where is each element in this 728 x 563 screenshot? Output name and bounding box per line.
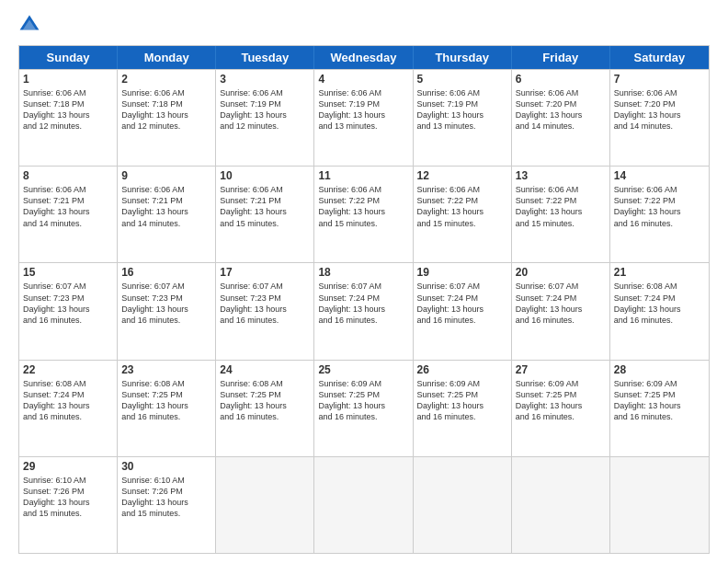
day-number: 21 <box>614 266 705 279</box>
calendar-row: 29Sunrise: 6:10 AM Sunset: 7:26 PM Dayli… <box>19 456 709 553</box>
calendar-cell: 21Sunrise: 6:08 AM Sunset: 7:24 PM Dayli… <box>610 263 709 359</box>
day-number: 1 <box>23 73 113 86</box>
day-number: 15 <box>23 266 113 279</box>
calendar-cell: 23Sunrise: 6:08 AM Sunset: 7:25 PM Dayli… <box>118 361 216 456</box>
day-number: 6 <box>516 73 606 86</box>
day-info: Sunrise: 6:06 AM Sunset: 7:22 PM Dayligh… <box>516 184 606 229</box>
day-number: 11 <box>318 169 408 182</box>
day-info: Sunrise: 6:07 AM Sunset: 7:23 PM Dayligh… <box>121 281 211 326</box>
calendar-cell: 4Sunrise: 6:06 AM Sunset: 7:19 PM Daylig… <box>314 70 413 166</box>
calendar-cell: 18Sunrise: 6:07 AM Sunset: 7:24 PM Dayli… <box>314 263 413 359</box>
calendar-cell: 3Sunrise: 6:06 AM Sunset: 7:19 PM Daylig… <box>216 70 314 166</box>
calendar: SundayMondayTuesdayWednesdayThursdayFrid… <box>18 45 710 554</box>
day-info: Sunrise: 6:06 AM Sunset: 7:20 PM Dayligh… <box>516 87 606 132</box>
day-info: Sunrise: 6:06 AM Sunset: 7:22 PM Dayligh… <box>417 184 507 229</box>
day-info: Sunrise: 6:08 AM Sunset: 7:24 PM Dayligh… <box>23 378 113 423</box>
day-number: 27 <box>516 363 606 376</box>
calendar-cell: 29Sunrise: 6:10 AM Sunset: 7:26 PM Dayli… <box>19 457 118 553</box>
day-info: Sunrise: 6:09 AM Sunset: 7:25 PM Dayligh… <box>318 378 408 423</box>
day-number: 4 <box>318 73 408 86</box>
day-number: 12 <box>417 169 507 182</box>
day-number: 8 <box>23 169 113 182</box>
calendar-row: 15Sunrise: 6:07 AM Sunset: 7:23 PM Dayli… <box>19 262 709 359</box>
day-info: Sunrise: 6:06 AM Sunset: 7:19 PM Dayligh… <box>318 87 408 132</box>
day-info: Sunrise: 6:07 AM Sunset: 7:23 PM Dayligh… <box>220 281 310 326</box>
day-info: Sunrise: 6:07 AM Sunset: 7:23 PM Dayligh… <box>23 281 113 326</box>
calendar-cell: 16Sunrise: 6:07 AM Sunset: 7:23 PM Dayli… <box>118 263 216 359</box>
day-number: 9 <box>121 169 211 182</box>
calendar-body: 1Sunrise: 6:06 AM Sunset: 7:18 PM Daylig… <box>19 69 709 553</box>
calendar-cell: 8Sunrise: 6:06 AM Sunset: 7:21 PM Daylig… <box>19 167 118 262</box>
day-number: 14 <box>614 169 705 182</box>
calendar-cell: 14Sunrise: 6:06 AM Sunset: 7:22 PM Dayli… <box>610 167 709 262</box>
day-info: Sunrise: 6:06 AM Sunset: 7:21 PM Dayligh… <box>121 184 211 229</box>
calendar-cell: 27Sunrise: 6:09 AM Sunset: 7:25 PM Dayli… <box>512 361 610 456</box>
page: SundayMondayTuesdayWednesdayThursdayFrid… <box>0 0 728 563</box>
calendar-cell: 7Sunrise: 6:06 AM Sunset: 7:20 PM Daylig… <box>610 70 709 166</box>
calendar-cell <box>414 457 512 553</box>
day-number: 28 <box>614 363 705 376</box>
day-number: 29 <box>23 460 113 473</box>
day-number: 17 <box>220 266 310 279</box>
logo <box>18 14 44 36</box>
header-day-wednesday: Wednesday <box>314 46 413 69</box>
day-info: Sunrise: 6:06 AM Sunset: 7:20 PM Dayligh… <box>614 87 705 132</box>
day-info: Sunrise: 6:08 AM Sunset: 7:25 PM Dayligh… <box>121 378 211 423</box>
day-number: 5 <box>417 73 507 86</box>
calendar-row: 8Sunrise: 6:06 AM Sunset: 7:21 PM Daylig… <box>19 166 709 262</box>
day-info: Sunrise: 6:09 AM Sunset: 7:25 PM Dayligh… <box>516 378 606 423</box>
header-day-friday: Friday <box>512 46 610 69</box>
day-info: Sunrise: 6:06 AM Sunset: 7:19 PM Dayligh… <box>417 87 507 132</box>
day-number: 3 <box>220 73 310 86</box>
day-info: Sunrise: 6:06 AM Sunset: 7:19 PM Dayligh… <box>220 87 310 132</box>
calendar-cell: 6Sunrise: 6:06 AM Sunset: 7:20 PM Daylig… <box>512 70 610 166</box>
calendar-cell: 30Sunrise: 6:10 AM Sunset: 7:26 PM Dayli… <box>118 457 216 553</box>
logo-icon <box>18 14 40 36</box>
day-number: 18 <box>318 266 408 279</box>
calendar-cell: 15Sunrise: 6:07 AM Sunset: 7:23 PM Dayli… <box>19 263 118 359</box>
day-info: Sunrise: 6:07 AM Sunset: 7:24 PM Dayligh… <box>318 281 408 326</box>
day-info: Sunrise: 6:09 AM Sunset: 7:25 PM Dayligh… <box>417 378 507 423</box>
day-number: 24 <box>220 363 310 376</box>
calendar-cell: 2Sunrise: 6:06 AM Sunset: 7:18 PM Daylig… <box>118 70 216 166</box>
day-info: Sunrise: 6:07 AM Sunset: 7:24 PM Dayligh… <box>516 281 606 326</box>
header-day-monday: Monday <box>118 46 216 69</box>
day-number: 13 <box>516 169 606 182</box>
day-number: 26 <box>417 363 507 376</box>
day-number: 19 <box>417 266 507 279</box>
calendar-cell <box>512 457 610 553</box>
calendar-row: 1Sunrise: 6:06 AM Sunset: 7:18 PM Daylig… <box>19 69 709 166</box>
day-number: 30 <box>121 460 211 473</box>
day-info: Sunrise: 6:06 AM Sunset: 7:22 PM Dayligh… <box>318 184 408 229</box>
day-info: Sunrise: 6:10 AM Sunset: 7:26 PM Dayligh… <box>121 475 211 520</box>
day-info: Sunrise: 6:10 AM Sunset: 7:26 PM Dayligh… <box>23 475 113 520</box>
day-number: 20 <box>516 266 606 279</box>
header-day-tuesday: Tuesday <box>216 46 314 69</box>
calendar-cell: 26Sunrise: 6:09 AM Sunset: 7:25 PM Dayli… <box>414 361 512 456</box>
calendar-cell <box>314 457 413 553</box>
calendar-cell: 13Sunrise: 6:06 AM Sunset: 7:22 PM Dayli… <box>512 167 610 262</box>
calendar-cell: 19Sunrise: 6:07 AM Sunset: 7:24 PM Dayli… <box>414 263 512 359</box>
day-info: Sunrise: 6:06 AM Sunset: 7:18 PM Dayligh… <box>23 87 113 132</box>
header-day-sunday: Sunday <box>19 46 118 69</box>
day-info: Sunrise: 6:06 AM Sunset: 7:21 PM Dayligh… <box>23 184 113 229</box>
day-info: Sunrise: 6:06 AM Sunset: 7:18 PM Dayligh… <box>121 87 211 132</box>
header-day-saturday: Saturday <box>610 46 709 69</box>
day-info: Sunrise: 6:06 AM Sunset: 7:21 PM Dayligh… <box>220 184 310 229</box>
day-info: Sunrise: 6:09 AM Sunset: 7:25 PM Dayligh… <box>614 378 705 423</box>
day-number: 7 <box>614 73 705 86</box>
calendar-cell <box>610 457 709 553</box>
calendar-cell: 17Sunrise: 6:07 AM Sunset: 7:23 PM Dayli… <box>216 263 314 359</box>
day-info: Sunrise: 6:08 AM Sunset: 7:25 PM Dayligh… <box>220 378 310 423</box>
calendar-cell: 20Sunrise: 6:07 AM Sunset: 7:24 PM Dayli… <box>512 263 610 359</box>
calendar-cell <box>216 457 314 553</box>
day-number: 10 <box>220 169 310 182</box>
calendar-cell: 22Sunrise: 6:08 AM Sunset: 7:24 PM Dayli… <box>19 361 118 456</box>
calendar-cell: 28Sunrise: 6:09 AM Sunset: 7:25 PM Dayli… <box>610 361 709 456</box>
header <box>18 14 710 36</box>
calendar-cell: 11Sunrise: 6:06 AM Sunset: 7:22 PM Dayli… <box>314 167 413 262</box>
calendar-header: SundayMondayTuesdayWednesdayThursdayFrid… <box>19 46 709 69</box>
day-number: 25 <box>318 363 408 376</box>
calendar-row: 22Sunrise: 6:08 AM Sunset: 7:24 PM Dayli… <box>19 360 709 456</box>
calendar-cell: 9Sunrise: 6:06 AM Sunset: 7:21 PM Daylig… <box>118 167 216 262</box>
